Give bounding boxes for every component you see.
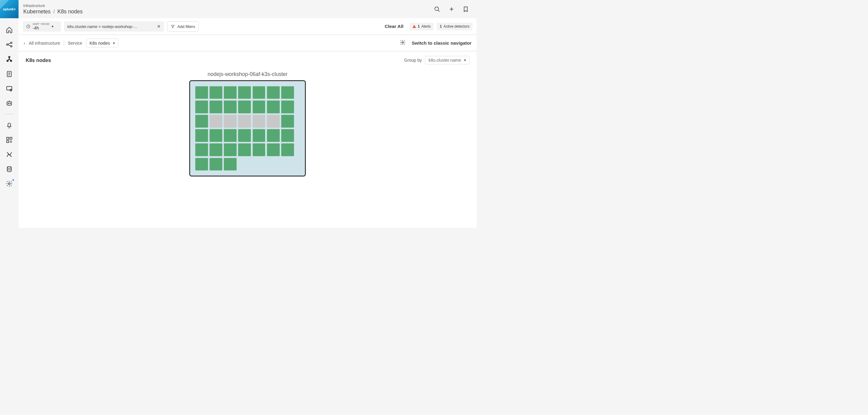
header-actions: + [433, 0, 476, 18]
search-icon[interactable] [433, 5, 441, 13]
bell-icon[interactable] [5, 121, 13, 129]
cluster-visualization: nodejs-workshop-06af-k3s-cluster [26, 71, 469, 176]
node-unknown[interactable] [253, 115, 266, 127]
node-healthy[interactable] [195, 115, 208, 127]
data-icon[interactable] [5, 165, 13, 173]
node-healthy[interactable] [281, 129, 294, 142]
svg-point-2 [7, 44, 8, 45]
filter-bar: GMT +00:00 -4h ▾ k8s.cluster.name = node… [19, 18, 476, 35]
sidebar-nav [0, 18, 19, 228]
node-healthy[interactable] [281, 86, 294, 99]
time-range-value: -4h [33, 26, 50, 31]
filter-text: k8s.cluster.name = nodejs-workshop-… [67, 24, 137, 29]
node-healthy[interactable] [238, 143, 251, 156]
node-healthy[interactable] [253, 100, 266, 113]
svg-point-0 [435, 7, 439, 10]
synthetics-icon[interactable] [5, 99, 13, 107]
node-healthy[interactable] [210, 143, 222, 156]
group-by-select[interactable]: k8s.cluster.name ▾ [425, 56, 469, 65]
group-by-control: Group by k8s.cluster.name ▾ [404, 56, 469, 65]
node-healthy[interactable] [224, 86, 237, 99]
remove-filter-icon[interactable]: ✕ [157, 24, 161, 29]
service-select[interactable]: K8s nodes ▾ [86, 38, 119, 48]
node-healthy[interactable] [281, 100, 294, 113]
node-healthy[interactable] [253, 86, 266, 99]
node-healthy[interactable] [253, 143, 266, 156]
add-icon[interactable]: + [448, 5, 455, 13]
node-healthy[interactable] [210, 158, 222, 171]
node-healthy[interactable] [224, 158, 237, 171]
content-title: K8s nodes [26, 57, 51, 63]
svg-point-3 [11, 42, 12, 43]
bookmark-icon[interactable] [462, 5, 469, 13]
node-healthy[interactable] [195, 86, 208, 99]
chevron-left-icon[interactable]: ‹ [24, 41, 25, 46]
group-by-value: k8s.cluster.name [429, 58, 461, 63]
node-healthy[interactable] [267, 129, 280, 142]
detectors-pill[interactable]: 1 Active detectors [437, 23, 472, 30]
node-healthy[interactable] [195, 100, 208, 113]
alert-triangle-icon [412, 25, 416, 28]
group-by-label: Group by [404, 58, 422, 63]
infrastructure-icon[interactable] [5, 55, 13, 63]
detectors-count: 1 [440, 24, 442, 29]
log-icon[interactable] [5, 69, 13, 78]
node-unknown[interactable] [267, 115, 280, 127]
network-icon[interactable] [5, 40, 13, 49]
svg-point-23 [7, 167, 11, 168]
app-header: splunk> Infrastructure Kubernetes / K8s … [0, 0, 476, 18]
node-unknown[interactable] [224, 115, 237, 127]
main-panel: GMT +00:00 -4h ▾ k8s.cluster.name = node… [19, 18, 476, 228]
node-healthy[interactable] [253, 129, 266, 142]
node-healthy[interactable] [224, 143, 237, 156]
node-healthy[interactable] [238, 100, 251, 113]
splunk-logo[interactable]: splunk> [0, 0, 19, 18]
svg-point-4 [11, 46, 12, 47]
metrics-icon[interactable] [5, 150, 13, 158]
clear-all-button[interactable]: Clear All [382, 24, 407, 29]
service-label: Service [68, 41, 82, 46]
node-unknown[interactable] [238, 115, 251, 127]
dashboards-icon[interactable] [5, 136, 13, 144]
node-healthy[interactable] [195, 129, 208, 142]
settings-icon[interactable] [5, 180, 13, 188]
node-healthy[interactable] [224, 100, 237, 113]
node-healthy[interactable] [210, 100, 222, 113]
active-filter-chip[interactable]: k8s.cluster.name = nodejs-workshop-… ✕ [64, 21, 164, 32]
all-infrastructure-link[interactable]: All infrastructure [29, 41, 60, 46]
node-healthy[interactable] [267, 100, 280, 113]
node-healthy[interactable] [267, 143, 280, 156]
svg-rect-20 [7, 140, 9, 143]
chevron-down-icon: ▾ [464, 58, 466, 62]
svg-point-5 [9, 57, 10, 58]
svg-rect-14 [7, 102, 11, 106]
add-filters-label: Add filters [177, 24, 195, 29]
node-healthy[interactable] [238, 86, 251, 99]
node-healthy[interactable] [224, 129, 237, 142]
add-filters-button[interactable]: Add filters [167, 21, 198, 32]
node-healthy[interactable] [210, 129, 222, 142]
switch-classic-link[interactable]: Switch to classic navigator [411, 40, 471, 46]
breadcrumb-kubernetes[interactable]: Kubernetes [23, 8, 51, 15]
content-header: K8s nodes Group by k8s.cluster.name ▾ [26, 56, 469, 65]
cluster-box [189, 80, 306, 177]
time-range-selector[interactable]: GMT +00:00 -4h ▾ [23, 21, 61, 32]
node-healthy[interactable] [210, 86, 222, 99]
node-healthy[interactable] [281, 115, 294, 127]
node-unknown[interactable] [210, 115, 222, 127]
node-healthy[interactable] [195, 143, 208, 156]
filter-icon [171, 24, 175, 29]
content-area: K8s nodes Group by k8s.cluster.name ▾ no… [19, 51, 476, 228]
home-icon[interactable] [5, 26, 13, 34]
node-healthy[interactable] [195, 158, 208, 171]
gear-icon[interactable] [400, 39, 406, 47]
nav-separator [64, 40, 64, 46]
navigator-row: ‹ All infrastructure Service K8s nodes ▾… [19, 35, 476, 51]
node-healthy[interactable] [281, 143, 294, 156]
alerts-pill[interactable]: 1 Alerts [409, 23, 434, 30]
rum-icon[interactable] [5, 85, 13, 93]
node-healthy[interactable] [238, 129, 251, 142]
node-healthy[interactable] [267, 86, 280, 99]
svg-point-15 [8, 103, 9, 103]
time-range-text: GMT +00:00 -4h [33, 23, 50, 31]
